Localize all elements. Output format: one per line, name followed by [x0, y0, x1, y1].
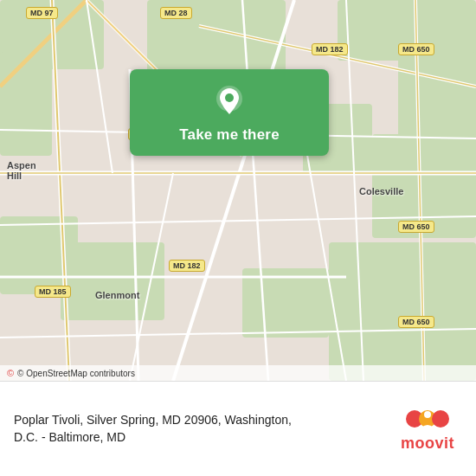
svg-rect-9	[61, 242, 164, 320]
moovit-text-label: moovit	[401, 434, 454, 453]
place-glenmont: Glenmont	[95, 290, 139, 300]
svg-rect-10	[242, 268, 329, 338]
info-bar: Poplar Tivoli, Silver Spring, MD 20906, …	[0, 381, 476, 476]
svg-rect-11	[329, 242, 476, 381]
svg-rect-2	[0, 52, 52, 156]
road-label-md182b: MD 182	[169, 260, 205, 272]
road-label-md650c: MD 650	[398, 316, 434, 328]
road-label-md650b: MD 650	[398, 221, 434, 233]
svg-point-38	[432, 410, 449, 428]
attribution-text: © OpenStreetMap contributors	[17, 369, 135, 378]
copyright-icon: ©	[7, 368, 14, 378]
svg-point-39	[424, 411, 431, 418]
road-label-md185: MD 185	[35, 286, 71, 298]
attribution-bar: © © OpenStreetMap contributors	[0, 365, 476, 381]
place-colesville: Colesville	[359, 186, 403, 196]
place-aspen-hill: AspenHill	[7, 160, 36, 181]
moovit-icon	[406, 405, 449, 433]
road-label-md28: MD 28	[160, 7, 192, 19]
map-container: MD 97 MD 28 MD 182 MD 650 MD MD 182 MD 1…	[0, 0, 476, 381]
moovit-logo: moovit	[393, 405, 462, 453]
take-me-there-button[interactable]: Take me there	[179, 126, 280, 144]
road-label-md650a: MD 650	[398, 43, 434, 55]
location-text: Poplar Tivoli, Silver Spring, MD 20906, …	[14, 412, 343, 446]
location-line2: D.C. - Baltimore, MD	[14, 430, 125, 444]
road-label-md182a: MD 182	[312, 43, 348, 55]
moovit-icon-row	[406, 405, 449, 433]
take-me-there-overlay[interactable]: Take me there	[130, 69, 329, 156]
location-line1: Poplar Tivoli, Silver Spring, MD 20906, …	[14, 413, 292, 427]
svg-point-35	[225, 93, 234, 102]
road-label-md97: MD 97	[26, 7, 58, 19]
location-pin-icon	[213, 85, 246, 118]
svg-rect-5	[398, 52, 476, 138]
